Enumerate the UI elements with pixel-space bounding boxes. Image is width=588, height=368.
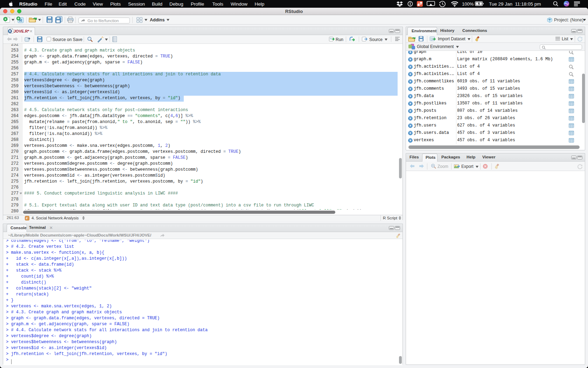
svg-text:R: R [549, 18, 551, 21]
svg-text:R: R [9, 29, 11, 33]
